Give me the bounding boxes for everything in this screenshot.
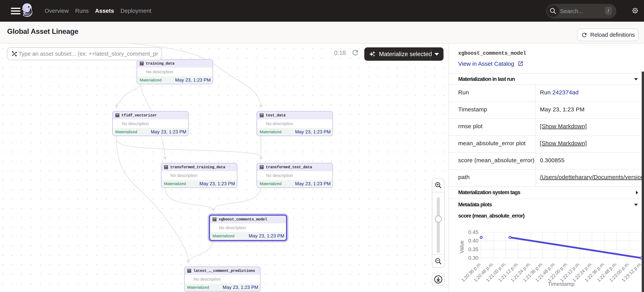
- svg-text:0.40: 0.40: [468, 238, 478, 244]
- svg-text:0.30: 0.30: [468, 255, 478, 261]
- svg-text:Timestamp: Timestamp: [548, 281, 574, 287]
- svg-text:Value: Value: [459, 240, 465, 253]
- svg-text:0.45: 0.45: [468, 229, 478, 235]
- svg-text:0.35: 0.35: [468, 246, 478, 252]
